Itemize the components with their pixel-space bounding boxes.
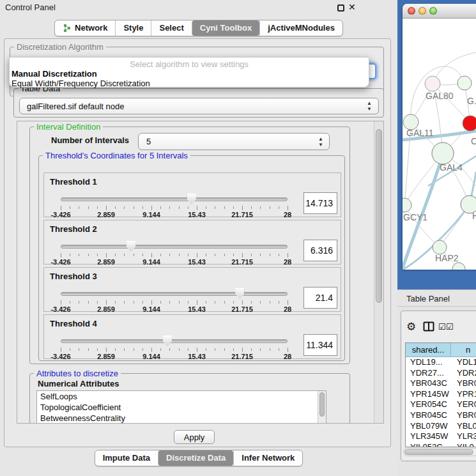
apply-button[interactable]: Apply: [174, 430, 215, 444]
slider-track[interactable]: [61, 292, 288, 296]
spinner-arrows-icon[interactable]: ▲▼: [318, 136, 323, 148]
list-item[interactable]: SelfLoops: [37, 391, 326, 402]
table-panel-toolbar: ⚙ ☑ ☑: [401, 319, 476, 335]
dropdown-option-manual-discretization[interactable]: Manual Discretization: [12, 69, 97, 79]
cell[interactable]: YDL19...: [406, 357, 451, 368]
threshold-2-slider[interactable]: -3.4262.8599.14415.4321.71528: [61, 240, 288, 264]
combobox-arrows-icon: ▲▼: [367, 100, 372, 112]
control-panel-titlebar: Control Panel ✕: [0, 0, 397, 15]
close-traffic-light-icon[interactable]: [408, 7, 415, 15]
column-header-shared-name[interactable]: shared...: [406, 343, 451, 357]
cell[interactable]: YDR27...: [406, 368, 451, 379]
threshold-1-slider[interactable]: -3.4262.8599.14415.4321.71528: [61, 192, 288, 217]
split-columns-icon[interactable]: [423, 321, 434, 332]
cell[interactable]: YBR0: [451, 378, 476, 389]
cell[interactable]: YBR043C: [406, 378, 451, 389]
tab-cyni-toolbox[interactable]: Cyni Toolbox: [192, 20, 259, 36]
table-data-combobox[interactable]: galFiltered.sif default node ▲▼: [19, 98, 379, 114]
table-row[interactable]: YDL19...YDL1: [406, 357, 476, 368]
node-gal80[interactable]: [425, 76, 440, 91]
tab-select[interactable]: Select: [151, 20, 191, 36]
scrollbar-thumb[interactable]: [376, 129, 382, 303]
tab-jactivemnodules[interactable]: jActiveMNodules: [259, 20, 342, 36]
threshold-3-value-field[interactable]: 21.4: [303, 287, 337, 309]
node-label-gcy1: GCY1: [403, 212, 427, 222]
tab-impute-data[interactable]: Impute Data: [95, 450, 158, 466]
threshold-1-value-field[interactable]: 14.713: [303, 192, 337, 214]
scrollbar-thumb[interactable]: [319, 392, 325, 417]
cell[interactable]: YER0: [451, 399, 476, 410]
cell[interactable]: YBR0: [451, 410, 476, 421]
table-row[interactable]: YIL052CYIL0: [406, 442, 476, 447]
slider-track[interactable]: [61, 245, 288, 249]
slider-thumb[interactable]: [163, 335, 172, 346]
group-label: Threshold's Coordinates for 5 Intervals: [43, 151, 190, 160]
cell[interactable]: YIL0: [451, 442, 476, 447]
tab-infer-network[interactable]: Infer Network: [233, 450, 302, 466]
cell[interactable]: YLR345W: [406, 431, 451, 442]
table-row[interactable]: YPR145WYPR1: [406, 389, 476, 400]
table-row[interactable]: YBR043CYBR0: [406, 378, 476, 389]
tab-discretize-data[interactable]: Discretize Data: [158, 450, 233, 466]
number-of-intervals-spinner[interactable]: 5 ▲▼: [138, 133, 330, 150]
cyni-toolbox-panel: Discretization Algorithm Select algorith…: [4, 38, 391, 447]
numerical-attributes-list[interactable]: SelfLoops TopologicalCoefficient Between…: [36, 390, 326, 424]
close-icon[interactable]: ✕: [348, 2, 356, 12]
scrollbar-thumb[interactable]: [404, 449, 473, 455]
slider-track[interactable]: [61, 197, 288, 201]
node-gcy1[interactable]: [403, 198, 411, 212]
minimize-traffic-light-icon[interactable]: [418, 7, 426, 15]
cell[interactable]: YLR3: [451, 431, 476, 442]
threshold-title: Threshold 1: [50, 177, 97, 187]
node-label-partial-c: C: [471, 136, 476, 146]
cell[interactable]: YPR145W: [406, 389, 451, 400]
list-item[interactable]: BetweennessCentrality: [37, 413, 326, 424]
table-row[interactable]: YLR345WYLR3: [406, 431, 476, 442]
slider-thumb[interactable]: [127, 241, 135, 252]
list-item[interactable]: TopologicalCoefficient: [37, 402, 326, 413]
tab-label: Select: [159, 23, 183, 33]
node-selected-red[interactable]: [463, 116, 476, 131]
threshold-4-slider[interactable]: -3.4262.8599.14415.4321.71528: [61, 334, 288, 358]
node-gal4[interactable]: [432, 142, 454, 164]
threshold-title: Threshold 4: [50, 319, 97, 328]
table-row[interactable]: YER054CYER0: [406, 399, 476, 410]
spinner-value: 5: [139, 137, 151, 146]
horizontal-scrollbar[interactable]: [403, 448, 476, 456]
cell[interactable]: YBL079W: [406, 421, 451, 432]
network-canvas[interactable]: GAL80 G. GAL11 C GAL4 GCY1 H HAP2: [403, 19, 476, 270]
slider-thumb[interactable]: [235, 288, 244, 299]
node-hap2[interactable]: [433, 240, 447, 254]
select-column-checkbox-icon[interactable]: ☑: [438, 322, 446, 332]
threshold-3-slider[interactable]: -3.4262.8599.14415.4321.71528: [61, 287, 288, 311]
threshold-2-value-field[interactable]: 6.316: [303, 240, 337, 261]
table-row[interactable]: YDR27...YDR2: [406, 368, 476, 379]
list-scrollbar[interactable]: [318, 391, 326, 424]
slider-track[interactable]: [61, 339, 288, 343]
node-attribute-table[interactable]: shared... n YDL19...YDL1 YDR27...YDR2 YB…: [405, 342, 476, 447]
table-row[interactable]: YBR045CYBR0: [406, 410, 476, 421]
float-window-icon[interactable]: [337, 4, 344, 12]
tab-style[interactable]: Style: [115, 20, 151, 36]
select-column-checkbox-icon[interactable]: ☑: [446, 322, 454, 332]
cell[interactable]: YDL1: [451, 357, 476, 368]
column-header-name[interactable]: n: [451, 343, 476, 357]
table-row[interactable]: YBL079WYBL0: [406, 421, 476, 432]
cell[interactable]: YDR2: [451, 368, 476, 379]
zoom-traffic-light-icon[interactable]: [429, 7, 437, 15]
tab-network[interactable]: Network: [55, 20, 115, 36]
cell[interactable]: YPR1: [451, 389, 476, 400]
cell[interactable]: YIL052C: [406, 442, 451, 447]
cell[interactable]: YBR045C: [406, 410, 451, 421]
cell[interactable]: YER054C: [406, 399, 451, 410]
cell[interactable]: YBL0: [451, 421, 476, 432]
node-top-right[interactable]: [457, 76, 472, 90]
settings-gear-icon[interactable]: ⚙: [406, 320, 416, 333]
table-header-row: shared... n: [406, 343, 476, 357]
vertical-scrollbar[interactable]: [374, 121, 383, 423]
node-label-gal4: GAL4: [440, 162, 463, 173]
threshold-4-value-field[interactable]: 11.344: [303, 334, 337, 356]
slider-thumb[interactable]: [187, 194, 196, 204]
network-icon: [63, 24, 72, 33]
dropdown-option-equal-width-frequency[interactable]: Equal Width/Frequency Discretization: [12, 79, 150, 88]
